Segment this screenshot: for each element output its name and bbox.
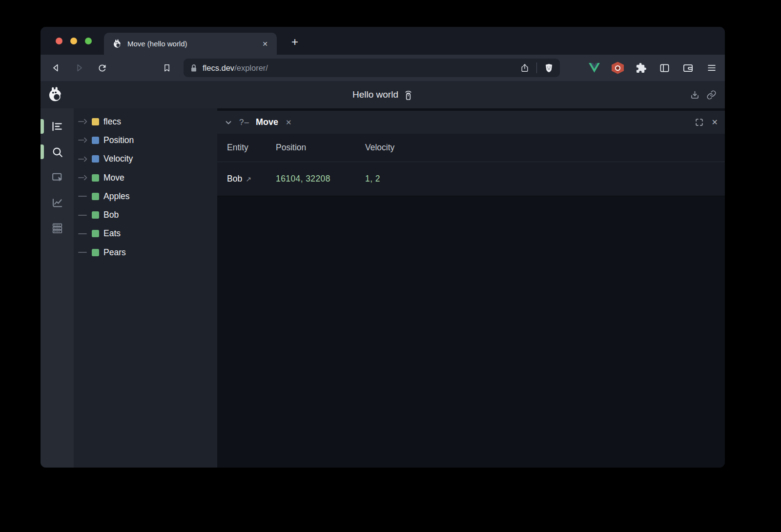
expand-arrow-icon[interactable] <box>78 175 92 181</box>
extensions-puzzle-icon[interactable] <box>635 62 647 74</box>
entity-color-swatch <box>92 249 99 256</box>
tab-close-icon[interactable]: ✕ <box>260 39 270 49</box>
leaf-line-icon <box>78 249 92 255</box>
flecs-logo-icon <box>46 85 64 104</box>
url-host: flecs.dev <box>203 63 234 72</box>
rail-inspector-button[interactable] <box>51 171 63 184</box>
minimize-window-button[interactable] <box>70 38 77 44</box>
lock-icon <box>190 64 197 72</box>
download-button[interactable] <box>690 90 700 100</box>
tree-item-move[interactable]: Move <box>74 168 217 187</box>
column-header-position: Position <box>276 143 365 153</box>
toolbar-divider <box>536 62 537 73</box>
wallet-icon[interactable] <box>682 62 694 74</box>
tree-item-label: Eats <box>103 228 121 239</box>
tree-item-label: Bob <box>103 210 119 220</box>
sidebar-rail <box>41 108 74 468</box>
expand-arrow-icon[interactable] <box>78 156 92 162</box>
remote-connection-icon <box>404 89 413 101</box>
world-title: Hello world <box>352 89 398 100</box>
tree-item-label: Pears <box>103 247 126 258</box>
entity-color-swatch <box>92 137 99 144</box>
entity-color-swatch <box>92 230 99 237</box>
tree-item-apples[interactable]: Apples <box>74 187 217 205</box>
active-indicator <box>41 144 44 159</box>
query-title: Move <box>256 117 278 127</box>
traffic-lights <box>56 38 92 44</box>
browser-tab[interactable]: Move (hello world) ✕ <box>104 33 277 55</box>
tree-item-label: Move <box>103 173 124 183</box>
tree-item-eats[interactable]: Eats <box>74 225 217 243</box>
expand-arrow-icon[interactable] <box>78 119 92 124</box>
tree-item-position[interactable]: Position <box>74 131 217 149</box>
table-header-row: Entity Position Velocity <box>217 134 725 162</box>
reload-button[interactable] <box>94 60 110 76</box>
rail-statistics-button[interactable] <box>51 196 63 209</box>
expand-arrow-icon[interactable] <box>78 137 92 143</box>
new-tab-button[interactable]: + <box>287 34 303 50</box>
tree-item-label: Apples <box>103 191 130 202</box>
forward-button[interactable] <box>71 60 87 76</box>
content-area: flecs Position Velocity Move <box>41 108 725 468</box>
rail-commands-button[interactable] <box>51 222 63 234</box>
open-entity-icon[interactable]: ↗ <box>246 175 251 183</box>
browser-toolbar: flecs.dev/explorer/ <box>41 55 725 81</box>
back-button[interactable] <box>48 60 64 76</box>
rail-entity-tree-button[interactable] <box>51 120 63 133</box>
entity-color-swatch <box>92 174 99 182</box>
query-panel: ?– Move ✕ ✕ En <box>217 108 725 468</box>
screenshot-stage: Move (hello world) ✕ + <box>0 0 781 532</box>
query-results-table: Entity Position Velocity Bob ↗ 16104, 32… <box>217 134 725 196</box>
address-bar[interactable]: flecs.dev/explorer/ <box>184 59 560 77</box>
collapse-chevron-icon[interactable] <box>222 116 235 129</box>
vue-devtools-extension-icon[interactable] <box>588 62 600 74</box>
query-panel-header: ?– Move ✕ ✕ <box>217 111 725 134</box>
tree-item-label: Position <box>103 135 134 145</box>
column-header-entity: Entity <box>227 143 276 153</box>
browser-menu-icon[interactable] <box>705 62 718 74</box>
share-icon[interactable] <box>520 63 530 73</box>
tree-item-label: Velocity <box>103 154 133 164</box>
extension-row <box>588 62 725 74</box>
entity-color-swatch <box>92 118 99 125</box>
column-header-velocity: Velocity <box>365 143 725 153</box>
rail-search-button[interactable] <box>51 145 63 158</box>
query-type-icon: ?– <box>239 118 249 127</box>
tree-item-label: flecs <box>103 117 121 127</box>
tree-item-pears[interactable]: Pears <box>74 243 217 262</box>
entity-color-swatch <box>92 211 99 219</box>
entity-color-swatch <box>92 193 99 200</box>
table-row: Bob ↗ 16104, 32208 1, 2 <box>217 162 725 196</box>
browser-window: Move (hello world) ✕ + <box>41 27 725 468</box>
leaf-line-icon <box>78 193 92 199</box>
fullscreen-icon[interactable] <box>695 118 704 127</box>
flecs-favicon-icon <box>112 39 123 49</box>
leaf-line-icon <box>78 212 92 218</box>
hexagon-extension-icon[interactable] <box>612 62 624 74</box>
query-clear-icon[interactable]: ✕ <box>284 117 293 128</box>
panel-close-icon[interactable]: ✕ <box>710 117 719 127</box>
tree-item-flecs[interactable]: flecs <box>74 112 217 131</box>
copy-link-button[interactable] <box>706 90 717 100</box>
entity-tree-panel: flecs Position Velocity Move <box>74 108 217 468</box>
title-bar: Move (hello world) ✕ + <box>41 27 725 55</box>
entity-link[interactable]: Bob <box>227 174 242 184</box>
tree-item-velocity[interactable]: Velocity <box>74 150 217 168</box>
entity-color-swatch <box>92 155 99 163</box>
position-value: 16104, 32208 <box>276 174 365 184</box>
url-path: /explorer/ <box>234 63 268 72</box>
app-header: Hello world <box>41 81 725 108</box>
close-window-button[interactable] <box>56 38 62 44</box>
tree-item-bob[interactable]: Bob <box>74 205 217 224</box>
active-indicator <box>41 119 44 134</box>
velocity-value: 1, 2 <box>365 174 725 184</box>
leaf-line-icon <box>78 231 92 237</box>
sidebar-toggle-icon[interactable] <box>658 62 671 74</box>
zoom-window-button[interactable] <box>85 38 92 44</box>
url-text: flecs.dev/explorer/ <box>203 63 520 73</box>
brave-shield-icon[interactable] <box>544 63 554 73</box>
tab-title: Move (hello world) <box>127 40 255 48</box>
bookmark-icon[interactable] <box>159 60 175 76</box>
